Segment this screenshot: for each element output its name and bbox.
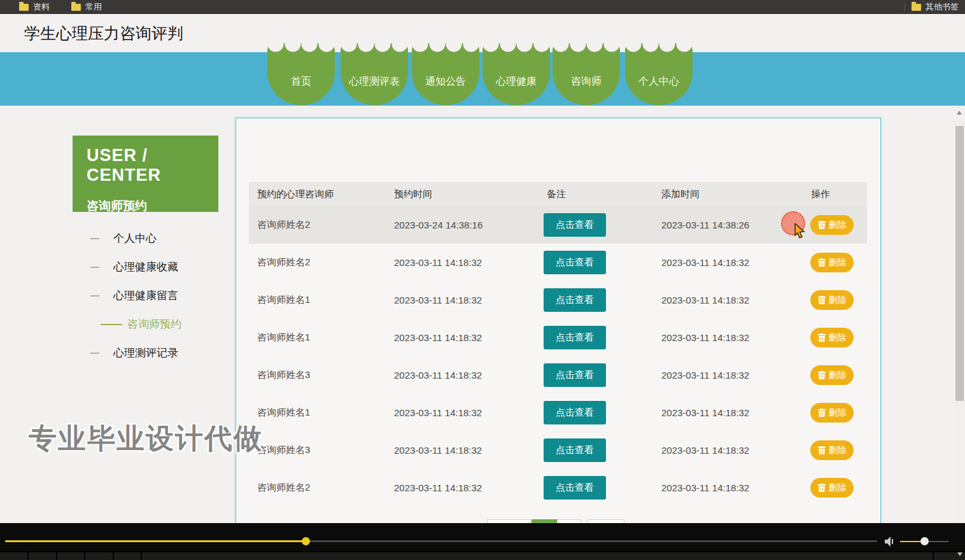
sidebar-item-test-records[interactable]: 心理测评记录 <box>83 339 236 367</box>
delete-button[interactable]: 删除 <box>810 440 854 460</box>
volume-slider[interactable] <box>900 541 948 542</box>
appointment-time: 2023-03-11 14:18:32 <box>386 482 539 493</box>
divider <box>56 552 57 560</box>
other-bookmarks-button[interactable]: 其他书签 <box>912 1 959 13</box>
added-time: 2023-03-11 14:18:32 <box>653 407 803 418</box>
scrollbar-thumb[interactable] <box>955 126 964 401</box>
sidebar-item-health-messages[interactable]: 心理健康留言 <box>83 281 236 310</box>
appointment-time: 2023-03-24 14:38:16 <box>386 220 539 230</box>
video-progress-fill <box>5 540 306 542</box>
trash-icon <box>818 484 826 492</box>
view-button[interactable]: 点击查看 <box>544 251 606 274</box>
bookmarks-bar: 资料 常用 其他书签 <box>0 0 965 14</box>
trash-icon <box>818 409 826 417</box>
volume-knob[interactable] <box>920 537 929 545</box>
folder-icon <box>912 4 921 11</box>
sidebar-item-health-favorites[interactable]: 心理健康收藏 <box>83 253 236 281</box>
sidebar-item-counselor-appointment[interactable]: 咨询师预约 <box>83 310 236 339</box>
counselor-name: 咨询师姓名2 <box>249 219 386 231</box>
added-time: 2023-03-11 14:18:32 <box>653 332 803 343</box>
bookmark-label: 常用 <box>85 1 102 13</box>
divider <box>27 552 29 560</box>
delete-button[interactable]: 删除 <box>810 478 854 498</box>
counselor-name: 咨询师姓名2 <box>249 256 386 269</box>
view-button[interactable]: 点击查看 <box>544 288 606 312</box>
divider <box>905 3 905 11</box>
sidebar-item-label: 个人中心 <box>113 231 157 246</box>
table-row: 咨询师姓名3 2023-03-11 14:18:32 点击查看 2023-03-… <box>249 356 867 394</box>
scrollbar-down-arrow-icon[interactable] <box>957 552 962 556</box>
scrollbar[interactable] <box>954 106 965 545</box>
dash-icon <box>90 295 99 297</box>
divider <box>933 552 934 560</box>
view-button[interactable]: 点击查看 <box>544 326 606 349</box>
table-row: 咨询师姓名2 2023-03-11 14:18:32 点击查看 2023-03-… <box>249 469 867 507</box>
view-button[interactable]: 点击查看 <box>544 438 606 462</box>
col-header-counselor: 预约的心理咨询师 <box>249 188 386 200</box>
delete-button[interactable]: 删除 <box>810 365 854 385</box>
table-row: 咨询师姓名1 2023-03-11 14:18:32 点击查看 2023-03-… <box>249 319 867 356</box>
added-time: 2023-03-11 14:18:32 <box>653 257 803 268</box>
sidebar-item-label: 咨询师预约 <box>127 317 181 332</box>
appointment-time: 2023-03-11 14:18:32 <box>386 445 539 456</box>
delete-button[interactable]: 删除 <box>810 290 854 310</box>
speaker-icon[interactable] <box>885 536 896 547</box>
trash-icon <box>818 446 826 454</box>
bookmark-folder-data[interactable]: 资料 <box>19 1 50 13</box>
dash-icon <box>101 324 122 325</box>
trash-icon <box>818 371 826 379</box>
table-row: 咨询师姓名1 2023-03-11 14:18:32 点击查看 2023-03-… <box>249 281 867 319</box>
counselor-name: 咨询师姓名3 <box>249 369 386 381</box>
col-header-remark: 备注 <box>539 188 653 200</box>
user-center-title: USER / CENTER <box>87 146 218 185</box>
view-button[interactable]: 点击查看 <box>544 363 606 387</box>
folder-icon <box>71 4 81 11</box>
sidebar-item-label: 心理健康留言 <box>113 288 178 303</box>
sidebar-item-label: 心理测评记录 <box>113 346 178 360</box>
content-panel: 预约的心理咨询师 预约时间 备注 添加时间 操作 咨询师姓名2 2023-03-… <box>236 118 881 535</box>
divider <box>141 552 142 560</box>
video-progress-knob[interactable] <box>302 537 310 545</box>
appointment-time: 2023-03-11 14:18:32 <box>386 370 539 381</box>
counselor-name: 咨询师姓名1 <box>249 407 386 419</box>
appointment-time: 2023-03-11 14:18:32 <box>386 295 539 305</box>
page-title: 学生心理压力咨询评判 <box>24 14 183 52</box>
appointment-time: 2023-03-11 14:18:32 <box>386 332 539 343</box>
counselor-name: 咨询师姓名1 <box>249 332 386 344</box>
bookmark-folder-common[interactable]: 常用 <box>71 1 102 13</box>
counselor-name: 咨询师姓名1 <box>249 294 386 306</box>
added-time: 2023-03-11 14:38:26 <box>653 220 803 230</box>
delete-button[interactable]: 删除 <box>810 403 854 423</box>
dash-icon <box>90 238 99 239</box>
trash-icon <box>818 258 826 267</box>
mouse-cursor-icon <box>794 223 808 239</box>
video-progress-bar[interactable] <box>5 540 877 542</box>
user-center-subtitle: 咨询师预约 <box>87 198 218 214</box>
divider <box>84 552 85 560</box>
added-time: 2023-03-11 14:18:32 <box>653 445 803 456</box>
view-button[interactable]: 点击查看 <box>544 476 606 500</box>
sidebar-menu: 个人中心 心理健康收藏 心理健康留言 咨询师预约 心理测评记录 <box>83 224 236 367</box>
added-time: 2023-03-11 14:18:32 <box>653 295 803 305</box>
other-bookmarks-label: 其他书签 <box>926 1 959 13</box>
view-button[interactable]: 点击查看 <box>544 213 606 237</box>
table-row: 咨询师姓名2 2023-03-11 14:18:32 点击查看 2023-03-… <box>249 244 867 281</box>
table-row: 咨询师姓名1 2023-03-11 14:18:32 点击查看 2023-03-… <box>249 394 867 431</box>
added-time: 2023-03-11 14:18:32 <box>653 482 803 493</box>
counselor-name: 咨询师姓名3 <box>249 444 386 456</box>
col-header-added-time: 添加时间 <box>653 188 803 200</box>
appointment-time: 2023-03-11 14:18:32 <box>386 407 539 418</box>
filmstrip <box>0 551 965 560</box>
col-header-actions: 操作 <box>803 188 867 200</box>
delete-button[interactable]: 删除 <box>810 328 854 347</box>
sidebar-item-personal-center[interactable]: 个人中心 <box>83 224 236 253</box>
dash-icon <box>90 353 99 354</box>
appointments-table: 预约的心理咨询师 预约时间 备注 添加时间 操作 咨询师姓名2 2023-03-… <box>249 182 867 507</box>
table-header-row: 预约的心理咨询师 预约时间 备注 添加时间 操作 <box>249 182 867 206</box>
view-button[interactable]: 点击查看 <box>544 401 606 424</box>
scrollbar-up-arrow-icon[interactable] <box>957 111 962 115</box>
video-player-bar <box>0 523 965 560</box>
delete-button[interactable]: 删除 <box>810 253 854 272</box>
trash-icon <box>818 333 826 342</box>
delete-button[interactable]: 删除 <box>810 215 854 235</box>
